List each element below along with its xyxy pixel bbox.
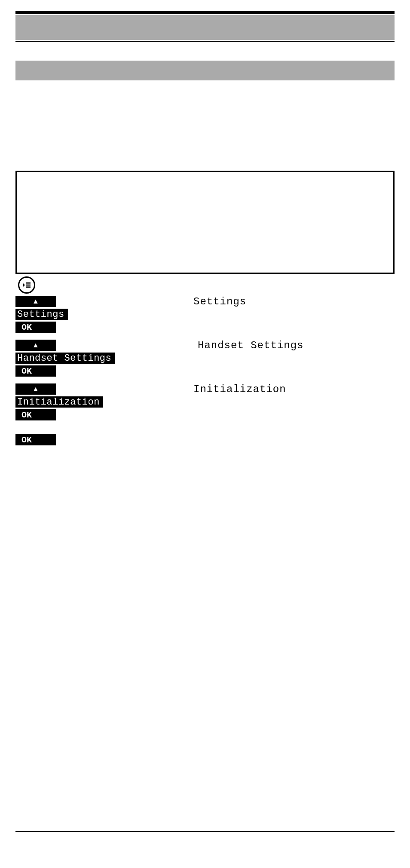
band-underline — [15, 41, 395, 42]
subsection-band — [15, 61, 395, 80]
nav-arrow-button[interactable]: ▲ — [15, 296, 56, 307]
step-block: ▲ Initialization Initialization OK — [15, 383, 395, 421]
steps-container: ▲ Settings Settings OK ▲ Handset Setting… — [15, 295, 395, 446]
svg-rect-2 — [26, 285, 31, 286]
section-title-band — [15, 15, 395, 40]
selected-item-label: Settings — [15, 309, 68, 320]
svg-rect-3 — [26, 286, 31, 288]
nav-arrow-button[interactable]: ▲ — [15, 383, 56, 395]
ok-button[interactable]: OK — [15, 365, 56, 377]
menu-target-label: Settings — [193, 296, 246, 307]
step-block: ▲ Handset Settings Handset Settings OK — [15, 339, 395, 377]
menu-target-label: Handset Settings — [198, 340, 303, 351]
top-thick-rule — [15, 11, 395, 14]
menu-target-label: Initialization — [193, 383, 286, 395]
intro-whitespace — [15, 80, 395, 171]
step-block: ▲ Settings Settings OK — [15, 295, 395, 333]
info-box — [15, 171, 395, 274]
svg-rect-1 — [26, 282, 31, 284]
footer-rule — [15, 831, 395, 832]
final-ok-button[interactable]: OK — [15, 434, 56, 445]
svg-marker-0 — [23, 283, 25, 287]
ok-button[interactable]: OK — [15, 322, 56, 333]
selected-item-label: Handset Settings — [15, 353, 115, 364]
selected-item-label: Initialization — [15, 396, 103, 408]
nav-arrow-button[interactable]: ▲ — [15, 340, 56, 351]
ok-button[interactable]: OK — [15, 409, 56, 420]
menu-icon — [18, 276, 35, 294]
